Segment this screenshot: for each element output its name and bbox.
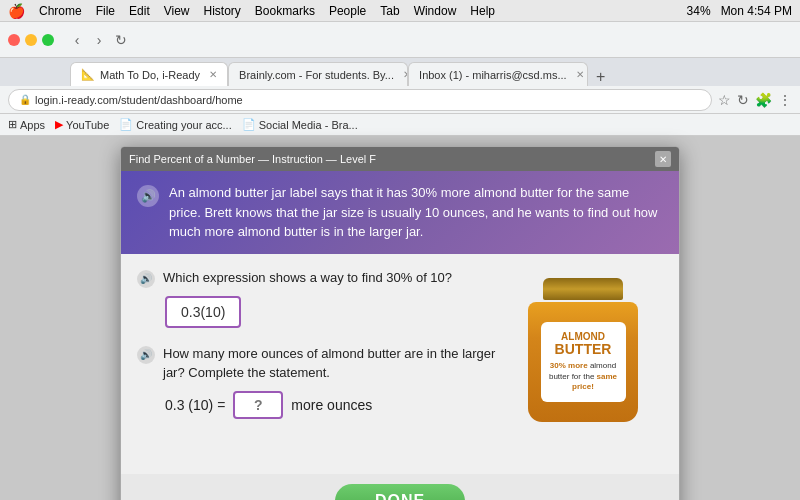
apple-menu[interactable]: 🍎 (8, 3, 25, 19)
question-2-block: 🔊 How many more ounces of almond butter … (137, 344, 503, 419)
clock: Mon 4:54 PM (721, 4, 792, 18)
jar-label-name: BUTTER (555, 342, 612, 357)
reload-page-btn[interactable]: ↻ (737, 92, 749, 108)
menu-history[interactable]: History (204, 4, 241, 18)
bookmark-label: Creating your acc... (136, 119, 231, 131)
eq-input[interactable] (233, 391, 283, 419)
bookmark-label: Apps (20, 119, 45, 131)
maximize-window-btn[interactable] (42, 34, 54, 46)
traffic-lights (8, 34, 54, 46)
address-bar[interactable]: 🔒 login.i-ready.com/student/dashboard/ho… (8, 89, 712, 111)
bookmarks-bar: ⊞ Apps ▶ YouTube 📄 Creating your acc... … (0, 114, 800, 136)
q1-answer-box: 0.3(10) (165, 296, 241, 328)
jar-illustration: ALMOND BUTTER 30% more almond butter for… (523, 278, 643, 428)
modal-close-btn[interactable]: ✕ (655, 151, 671, 167)
menu-dots-btn[interactable]: ⋮ (778, 92, 792, 108)
battery-status: 34% (687, 4, 711, 18)
url-text: login.i-ready.com/student/dashboard/home (35, 94, 243, 106)
menu-people[interactable]: People (329, 4, 366, 18)
tab-close-btn[interactable]: ✕ (576, 69, 584, 80)
iready-footer: DONE ⏮ ⏸ (121, 474, 679, 501)
iready-header: 🔊 An almond butter jar label says that i… (121, 171, 679, 254)
done-button[interactable]: DONE (335, 484, 465, 501)
menu-help[interactable]: Help (470, 4, 495, 18)
tab-label: Brainly.com - For students. By... (239, 69, 394, 81)
modal-title: Find Percent of a Number — Instruction —… (129, 153, 376, 165)
extensions-btn[interactable]: 🧩 (755, 92, 772, 108)
tab-math[interactable]: 📐 Math To Do, i-Ready ✕ (70, 62, 228, 86)
back-btn[interactable]: ‹ (68, 31, 86, 49)
tab-brainly[interactable]: Brainly.com - For students. By... ✕ (228, 62, 408, 86)
jar-container: ALMOND BUTTER 30% more almond butter for… (503, 268, 663, 460)
q1-text: Which expression shows a way to find 30%… (163, 268, 452, 288)
minimize-window-btn[interactable] (25, 34, 37, 46)
menu-chrome[interactable]: Chrome (39, 4, 82, 18)
youtube-icon: ▶ (55, 118, 63, 131)
bookmark-creating[interactable]: 📄 Creating your acc... (119, 118, 231, 131)
menubar: 🍎 Chrome File Edit View History Bookmark… (0, 0, 800, 22)
equation-row: 0.3 (10) = more ounces (165, 391, 503, 419)
questions-section: 🔊 Which expression shows a way to find 3… (137, 268, 503, 460)
menu-window[interactable]: Window (414, 4, 457, 18)
iready-modal: Find Percent of a Number — Instruction —… (120, 146, 680, 500)
menu-bookmarks[interactable]: Bookmarks (255, 4, 315, 18)
q2-text: How many more ounces of almond butter ar… (163, 344, 503, 383)
eq-left-text: 0.3 (10) = (165, 397, 225, 413)
forward-btn[interactable]: › (90, 31, 108, 49)
bookmark-icon: 📄 (242, 118, 256, 131)
jar-label-promo: 30% more almond butter for the same pric… (547, 361, 620, 392)
menubar-right: 34% Mon 4:54 PM (687, 4, 792, 18)
menu-view[interactable]: View (164, 4, 190, 18)
tab-inbox[interactable]: Inbox (1) - miharris@csd.ms... ✕ (408, 62, 588, 86)
q1-answer-text: 0.3(10) (181, 304, 225, 320)
bookmark-icon: 📄 (119, 118, 133, 131)
chrome-nav: ‹ › ↻ (68, 31, 130, 49)
bookmark-youtube[interactable]: ▶ YouTube (55, 118, 109, 131)
iready-body: 🔊 Which expression shows a way to find 3… (121, 254, 679, 474)
question-1-block: 🔊 Which expression shows a way to find 3… (137, 268, 503, 328)
star-bookmark-btn[interactable]: ☆ (718, 92, 731, 108)
chrome-toolbar: ‹ › ↻ (0, 22, 800, 58)
menu-file[interactable]: File (96, 4, 115, 18)
jar-label: ALMOND BUTTER 30% more almond butter for… (541, 322, 626, 402)
bookmark-social[interactable]: 📄 Social Media - Bra... (242, 118, 358, 131)
jar-body: ALMOND BUTTER 30% more almond butter for… (528, 302, 638, 422)
question-1-row: 🔊 Which expression shows a way to find 3… (137, 268, 503, 288)
close-window-btn[interactable] (8, 34, 20, 46)
bookmark-apps[interactable]: ⊞ Apps (8, 118, 45, 131)
bookmark-label: YouTube (66, 119, 109, 131)
menu-edit[interactable]: Edit (129, 4, 150, 18)
tabs-bar: 📐 Math To Do, i-Ready ✕ Brainly.com - Fo… (0, 58, 800, 86)
modal-titlebar: Find Percent of a Number — Instruction —… (121, 147, 679, 171)
question-2-row: 🔊 How many more ounces of almond butter … (137, 344, 503, 383)
tab-close-btn[interactable]: ✕ (209, 69, 217, 80)
tab-label: Math To Do, i-Ready (100, 69, 200, 81)
address-row: 🔒 login.i-ready.com/student/dashboard/ho… (0, 86, 800, 114)
reload-btn[interactable]: ↻ (112, 31, 130, 49)
new-tab-btn[interactable]: + (596, 68, 605, 86)
header-audio-btn[interactable]: 🔊 (137, 185, 159, 207)
q2-audio-btn[interactable]: 🔊 (137, 346, 155, 364)
lock-icon: 🔒 (19, 94, 31, 105)
tab-favicon: 📐 (81, 68, 95, 81)
bookmark-label: Social Media - Bra... (259, 119, 358, 131)
eq-right-text: more ounces (291, 397, 372, 413)
apps-icon: ⊞ (8, 118, 17, 131)
tab-label: Inbox (1) - miharris@csd.ms... (419, 69, 566, 81)
menu-tab[interactable]: Tab (380, 4, 399, 18)
main-content: Find Percent of a Number — Instruction —… (0, 136, 800, 500)
jar-lid (543, 278, 623, 300)
q1-audio-btn[interactable]: 🔊 (137, 270, 155, 288)
header-text: An almond butter jar label says that it … (169, 183, 663, 242)
